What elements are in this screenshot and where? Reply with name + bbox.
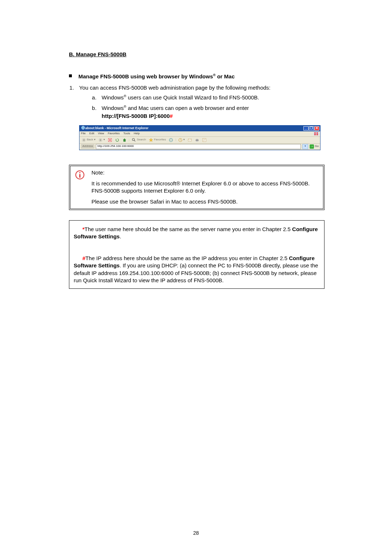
ie-titlebar: about:blank - Microsoft Internet Explore… (79, 126, 320, 131)
chevron-down-icon: ▾ (103, 138, 105, 142)
minimize-button[interactable]: _ (303, 126, 309, 131)
note-box: Note: It is recommended to use Microsoft… (69, 165, 324, 210)
info-para-2: #The IP address here should be the same … (74, 255, 320, 284)
url-text: http://[FNS-5000B IP]:6000 (102, 113, 170, 119)
address-input[interactable]: http://169.254.100.100:6000 (96, 144, 301, 149)
go-arrow-icon: → (310, 144, 314, 149)
menu-help[interactable]: Help (134, 132, 139, 136)
favorites-label: Favorites (154, 138, 166, 142)
stop-button[interactable] (107, 138, 113, 142)
note-title: Note: (91, 169, 318, 176)
hash-mark: # (170, 113, 173, 119)
registered-mark: ® (124, 104, 126, 108)
section-title: B. Manage FNS-5000B (69, 51, 324, 58)
menu-file[interactable]: File (81, 132, 86, 136)
bullet-icon (69, 74, 72, 77)
ie-menubar: File Edit View Favorites Tools Help (79, 131, 320, 137)
media-button[interactable] (168, 138, 174, 142)
registered-mark: ® (124, 94, 126, 98)
go-button[interactable]: → Go (310, 144, 319, 149)
svg-point-8 (171, 139, 171, 140)
home-button[interactable] (122, 138, 127, 142)
chevron-down-icon: ▾ (94, 138, 95, 142)
svg-point-16 (79, 172, 81, 173)
list-item: Windows® and Mac users can open a web br… (98, 104, 324, 120)
list-item: You can access FNS-5000B web administrat… (75, 84, 324, 120)
svg-rect-13 (196, 140, 198, 141)
bullet-heading-post: or Mac (216, 73, 235, 79)
page-number: 28 (0, 530, 392, 537)
back-label: Back (87, 138, 93, 142)
ie-address-bar: Address http://169.254.100.100:6000 ▾ → … (79, 144, 320, 150)
info2-a: The IP address here should be the same a… (85, 255, 289, 261)
note-para-2: Please use the browser Safari in Mac to … (91, 198, 318, 205)
info-para-1: *The user name here should be the same a… (74, 226, 320, 241)
svg-line-6 (134, 140, 135, 141)
info-box: *The user name here should be the same a… (69, 220, 324, 289)
bullet-heading: Manage FNS-5000B using web browser by Wi… (78, 73, 234, 80)
go-label: Go (315, 144, 319, 148)
menu-favorites[interactable]: Favorites (108, 132, 120, 136)
info-icon (75, 170, 85, 180)
search-button[interactable]: Search (131, 138, 147, 142)
history-button[interactable]: ▾ (177, 138, 185, 142)
menu-tools[interactable]: Tools (123, 132, 130, 136)
back-button[interactable]: Back ▾ (81, 138, 96, 142)
maximize-button[interactable]: ❐ (309, 126, 314, 131)
favorites-button[interactable]: Favorites (148, 138, 167, 142)
refresh-button[interactable] (114, 138, 120, 142)
ie-logo-icon (314, 132, 319, 136)
intro-line: You can access FNS-5000B web administrat… (79, 85, 270, 91)
menu-view[interactable]: View (98, 132, 104, 136)
ie-title-text: about:blank - Microsoft Internet Explore… (85, 126, 303, 130)
info1-a: The user name here should be the same as… (85, 226, 292, 232)
ie-window-screenshot: about:blank - Microsoft Internet Explore… (79, 125, 320, 150)
ie-app-icon (81, 126, 85, 131)
svg-rect-17 (79, 174, 81, 178)
sub-a-pre: Windows (102, 94, 124, 100)
menu-edit[interactable]: Edit (89, 132, 94, 136)
edit-button[interactable] (201, 138, 207, 142)
list-item: Windows® users can use Quick Install Wiz… (98, 94, 324, 101)
sub-b-pre: Windows (102, 105, 124, 111)
chevron-down-icon: ▾ (183, 138, 185, 142)
note-para-1: It is recommended to use Microsoft® Inte… (91, 180, 318, 195)
registered-mark: ® (213, 73, 216, 77)
close-button[interactable]: ✕ (314, 126, 319, 131)
sub-a-post: users can use Quick Install Wizard to fi… (126, 94, 259, 100)
svg-point-5 (132, 138, 134, 140)
info1-b: . (120, 233, 121, 239)
mail-button[interactable] (187, 138, 193, 142)
ie-toolbar: Back ▾ ▾ | Search Favori (79, 137, 320, 144)
forward-button[interactable]: ▾ (98, 138, 106, 142)
address-label: Address (81, 144, 94, 149)
search-label: Search (137, 138, 146, 142)
print-button[interactable] (194, 138, 200, 142)
sub-b-post: and Mac users can open a web browser and… (126, 105, 249, 111)
bullet-heading-pre: Manage FNS-5000B using web browser by Wi… (78, 73, 213, 79)
address-dropdown-button[interactable]: ▾ (302, 144, 308, 149)
svg-rect-12 (196, 139, 198, 139)
